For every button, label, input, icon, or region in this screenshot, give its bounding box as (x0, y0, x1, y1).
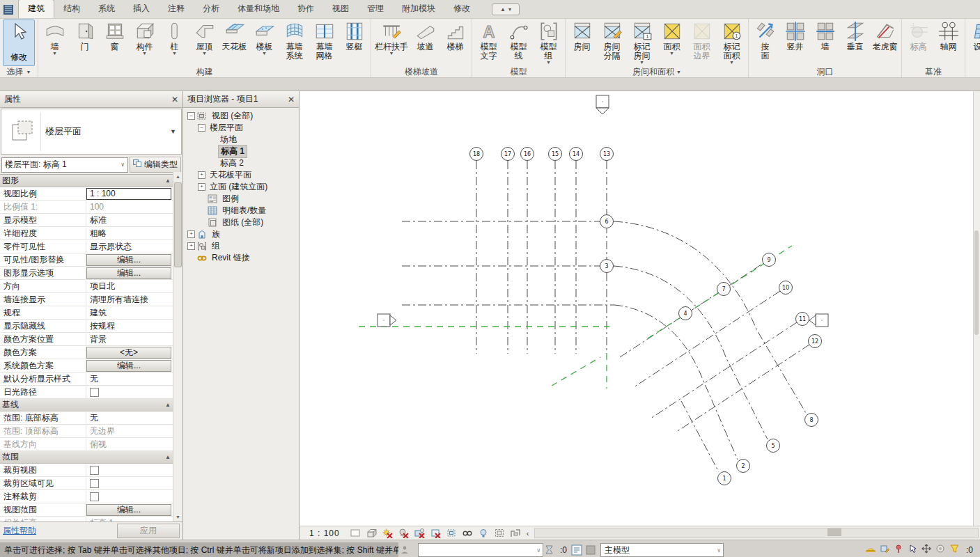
ribbon-button-model-line[interactable]: 模型线 (504, 19, 534, 61)
tree-item-标高-1[interactable]: 标高 1 (183, 146, 299, 157)
face-select-icon[interactable] (935, 544, 946, 556)
checkbox[interactable] (90, 466, 99, 475)
ribbon-button-mullion[interactable]: 竖梃 (339, 19, 369, 52)
modify-button[interactable]: 修改 (3, 19, 35, 66)
tree-expander-icon[interactable]: – (198, 124, 205, 132)
grid-curve-1[interactable] (614, 266, 768, 439)
tab-2[interactable]: 系统 (89, 0, 124, 18)
ribbon-button-window[interactable]: 窗 (100, 19, 130, 52)
grid-bubble-2[interactable]: 2 (737, 460, 750, 473)
property-value[interactable]: 100 (86, 202, 173, 212)
property-value[interactable]: 清理所有墙连接 (86, 294, 173, 306)
tab-1[interactable]: 结构 (54, 0, 89, 18)
tab-3[interactable]: 插入 (124, 0, 159, 18)
tree-expander-icon[interactable]: + (198, 171, 205, 179)
grid-curve-3[interactable] (681, 401, 719, 472)
properties-scrollbar[interactable]: ▲ ▼ (173, 172, 182, 521)
close-icon[interactable]: ✕ (288, 95, 295, 104)
properties-help-link[interactable]: 属性帮助 (3, 525, 36, 537)
link-select-icon[interactable] (908, 544, 918, 556)
ribbon-button-ramp[interactable]: 坡道 (410, 19, 440, 52)
status-combo[interactable]: ∨ (418, 543, 543, 557)
grid-bubble-17[interactable]: 17 (501, 148, 515, 161)
ribbon-button-room[interactable]: 房间 (567, 19, 597, 52)
property-value[interactable]: 无边界 (86, 425, 173, 437)
selected-reference-line-2[interactable] (552, 357, 600, 386)
ribbon-button-roof[interactable]: 屋顶▼ (189, 19, 219, 56)
ribbon-button-door[interactable]: 门 (70, 19, 100, 52)
instance-combo[interactable]: 楼层平面: 标高 1 ∨ (1, 157, 128, 173)
tab-4[interactable]: 注释 (159, 0, 194, 18)
grid-bubble-6[interactable]: 6 (600, 215, 614, 228)
drag-select-icon[interactable] (921, 544, 932, 556)
pin-select-icon[interactable] (894, 544, 904, 556)
select-dropdown[interactable]: 选择 ▼ (3, 66, 35, 77)
ribbon-button-area[interactable]: 面积▼ (657, 19, 687, 56)
view-scale-button[interactable]: 1 : 100 (309, 528, 340, 538)
close-icon[interactable]: ✕ (171, 95, 178, 104)
drawing-area[interactable]: 181716151413634791011128521 (300, 91, 980, 526)
tree-item-视图-(全部)[interactable]: –视图 (全部) (183, 110, 299, 122)
back-chevron-icon[interactable]: ‹ (527, 529, 529, 538)
tab-5[interactable]: 分析 (194, 0, 228, 18)
grid-bubble-8[interactable]: 8 (805, 414, 818, 427)
active-workset-combo[interactable]: 主模型 ∨ (600, 543, 724, 557)
ribbon-button-vertical-opening[interactable]: 垂直 (840, 19, 870, 52)
edit-type-button[interactable]: 编辑类型 (130, 157, 181, 173)
ribbon-button-dormer[interactable]: 老虎窗 (870, 19, 900, 52)
crop-view-off-icon[interactable] (430, 528, 441, 538)
ribbon-button-model-group[interactable]: 模型组▼ (534, 19, 563, 65)
filter-icon[interactable] (949, 544, 960, 556)
property-value[interactable]: 标高 1 (86, 517, 173, 522)
grid-bubble-1[interactable]: 1 (718, 472, 731, 485)
design-options-icon[interactable] (880, 544, 890, 556)
worksets-dialog-icon[interactable] (571, 544, 582, 556)
ribbon-button-shaft[interactable]: 竖井 (780, 19, 810, 52)
grid-curve-0[interactable] (614, 221, 806, 413)
property-value[interactable]: 无 (86, 373, 173, 385)
ribbon-button-floor[interactable]: 楼板▼ (249, 19, 279, 56)
grid-bubble-15[interactable]: 15 (549, 148, 562, 161)
tab-10[interactable]: 附加模块 (393, 0, 444, 18)
visual-style-icon[interactable] (366, 528, 377, 538)
ribbon-button-component[interactable]: 构件▼ (130, 19, 160, 56)
edit-button[interactable]: 编辑... (86, 267, 171, 279)
checkbox[interactable] (90, 492, 99, 501)
temporary-view-properties-icon[interactable] (494, 528, 505, 538)
tree-item-图例[interactable]: 图例 (183, 193, 299, 205)
tree-item-场地[interactable]: 场地 (183, 134, 299, 146)
ribbon-button-opening-face[interactable]: 按面 (750, 19, 780, 61)
ribbon-button-ceiling[interactable]: 天花板 (219, 19, 249, 52)
tree-expander-icon[interactable]: – (187, 112, 195, 120)
show-crop-icon[interactable] (446, 528, 457, 538)
tree-item-楼层平面[interactable]: –楼层平面 (183, 122, 299, 134)
tree-item-图纸-(全部)[interactable]: 图纸 (全部) (183, 217, 299, 228)
rendering-off-icon[interactable] (414, 528, 425, 538)
tree-item-立面-(建筑立面)[interactable]: +立面 (建筑立面) (183, 181, 299, 193)
property-value[interactable]: 按规程 (86, 320, 173, 332)
ribbon-button-tag-area[interactable]: 1标记面积▼ (717, 19, 747, 65)
tree-item-天花板平面[interactable]: +天花板平面 (183, 169, 299, 181)
property-value[interactable]: 背景 (86, 334, 173, 345)
shadows-off-icon[interactable] (398, 528, 409, 538)
grid-bubble-9[interactable]: 9 (763, 253, 776, 267)
worksharing-display-icon[interactable] (510, 528, 521, 538)
edit-button[interactable]: 编辑... (86, 504, 171, 516)
tree-expander-icon[interactable]: + (198, 183, 205, 191)
tab-8[interactable]: 视图 (323, 0, 358, 18)
elevation-marker-right[interactable] (809, 314, 828, 327)
grid-bubble-3[interactable]: 3 (600, 260, 614, 273)
tree-item-明细表/数量[interactable]: 明细表/数量 (183, 205, 299, 217)
tab-11[interactable]: 修改 (444, 0, 479, 18)
property-value[interactable]: 俯视 (86, 439, 173, 450)
ribbon-collapse-control[interactable]: ▲▾ (492, 3, 520, 15)
ribbon-button-grid-axis[interactable]: 轴网 (933, 19, 963, 52)
tree-item-族[interactable]: +族 (183, 228, 299, 240)
app-icon[interactable] (1, 3, 15, 17)
property-group-header[interactable]: 范围▲ (0, 451, 173, 464)
tree-item-标高-2[interactable]: 标高 2 (183, 157, 299, 169)
property-group-header[interactable]: 图形▲ (0, 175, 173, 187)
tab-0[interactable]: 建筑 (18, 0, 54, 18)
thin-lines-icon[interactable] (350, 528, 361, 538)
sun-path-off-icon[interactable] (382, 528, 393, 538)
